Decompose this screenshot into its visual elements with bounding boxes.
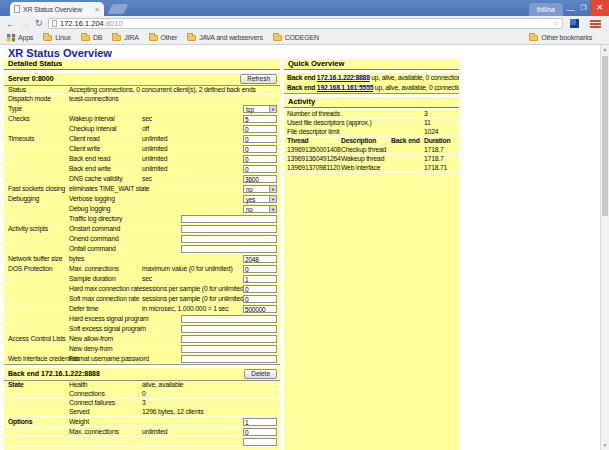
page-scrollbar[interactable]: ▲ ▼ (600, 45, 609, 450)
new-tab-button[interactable] (108, 4, 129, 14)
thread-col-header: Duration (424, 137, 450, 145)
chevron-down-icon: ▼ (269, 206, 276, 212)
other-bookmarks[interactable]: Other bookmarks (529, 34, 592, 41)
bookmark-label: CODEGEN (285, 34, 319, 41)
row-desc: in microsec, 1.000.000 = 1 sec (142, 304, 228, 313)
sample-duration-row: Sample durationsec (4, 274, 280, 284)
scroll-up-icon[interactable]: ▲ (601, 45, 609, 54)
onend-command-input[interactable] (181, 235, 277, 243)
row-label: Debug logging (69, 204, 110, 213)
max-connections-input[interactable] (243, 265, 277, 273)
thread-table-header: ThreadDescriptionBack endDuration (284, 137, 459, 146)
defer-time-input[interactable] (243, 305, 277, 313)
checkup-interval-input[interactable] (243, 125, 277, 133)
row-label: Sample duration (69, 274, 116, 283)
row-label: Max. connections (69, 427, 119, 436)
dns-cache-validity-input[interactable] (243, 175, 277, 183)
row-label: Soft max connection rate (69, 294, 139, 303)
quick-overview-panel: Quick Overview Back end 172.16.1.222:888… (284, 59, 459, 450)
wakeup-interval-input[interactable] (243, 115, 277, 123)
bookmark-folder-java-and-webservers[interactable]: JAVA and webservers (187, 34, 263, 41)
reload-icon[interactable]: ↻ (35, 16, 43, 31)
row-group-label: Type (8, 104, 22, 113)
back-end-read-input[interactable] (243, 155, 277, 163)
eliminates-time-wait-state-select[interactable]: no▼ (243, 185, 277, 193)
bookmark-folder-other[interactable]: Other (149, 34, 178, 41)
bookmark-folder-linux[interactable]: Linux (43, 34, 71, 41)
row-label: Traffic log directory (69, 214, 122, 223)
bookmark-folder-db[interactable]: DB (81, 34, 102, 41)
soft-excess-signal-program-input[interactable] (181, 325, 277, 333)
window-titlebar: XR Status Overview ✕ thilina — ❐ ✕ (0, 0, 609, 16)
hard-max-connection-rate-input[interactable] (243, 285, 277, 293)
hard-excess-signal-program-input[interactable] (181, 315, 277, 323)
health-row: StateHealthalive, available (4, 381, 280, 390)
type-select[interactable]: tcp▼ (243, 105, 277, 113)
browser-tab[interactable]: XR Status Overview ✕ (10, 2, 104, 16)
scroll-down-icon[interactable]: ▼ (601, 441, 609, 450)
wakeup-interval-row: ChecksWakeup intervalsec (4, 114, 280, 124)
delete-button[interactable]: Delete (244, 369, 277, 379)
row-label: Onfail command (69, 244, 116, 253)
new-deny-from-input[interactable] (181, 345, 277, 353)
profile-badge[interactable]: thilina (529, 3, 563, 16)
minimize-button[interactable]: — (564, 0, 577, 16)
maximize-button[interactable]: ❐ (577, 0, 590, 16)
backend-prefix: Back end (287, 74, 317, 81)
file-descriptor-limit-row: File descriptor limit1024 (284, 128, 459, 137)
backend-link-172-16-1-222-8888[interactable]: 172.16.1.222:8888 (317, 74, 370, 81)
stat-label: Number of threads (287, 110, 340, 118)
format-username-password-input[interactable] (181, 355, 277, 363)
stat-value: 11 (424, 119, 431, 127)
backend-status-line: Back end 192.168.1.161:5555 up, alive, a… (284, 83, 459, 93)
new-allow-from-input[interactable] (181, 335, 277, 343)
server-section: Server 0:8000 Refresh StatusAccepting co… (4, 73, 280, 365)
folder-icon (149, 35, 158, 41)
row-label: Hard excess signal program (69, 314, 148, 323)
onfail-command-input[interactable] (181, 245, 277, 253)
backend-link-192-168-1-161-5555[interactable]: 192.168.1.161:5555 (317, 84, 373, 91)
refresh-button[interactable]: Refresh (240, 74, 277, 84)
new-allow-from-row: Access Control ListsNew allow-from (4, 334, 280, 344)
soft-max-connection-rate-row: Soft max connection ratesessions per sam… (4, 294, 280, 304)
weight-input[interactable] (243, 418, 277, 426)
next-option-row (4, 437, 280, 447)
row-label: Hard max connection rate (69, 284, 142, 293)
max-connections-input[interactable] (243, 428, 277, 436)
scrollbar-thumb[interactable] (602, 56, 608, 216)
defer-time-row: Defer timein microsec, 1.000.000 = 1 sec (4, 304, 280, 314)
bookmark-folder-codegen[interactable]: CODEGEN (273, 34, 319, 41)
verbose-logging-select[interactable]: yes▼ (243, 195, 277, 203)
bookmark-folders: LinuxDBJIRAOtherJAVA and webserversCODEG… (43, 34, 329, 41)
server-section-header: Server 0:8000 Refresh (4, 73, 280, 86)
sample-duration-input[interactable] (243, 275, 277, 283)
address-bar[interactable]: 172.16.1.204 :8010 ☆ (48, 18, 563, 29)
client-read-input[interactable] (243, 135, 277, 143)
bytes-input[interactable] (243, 255, 277, 263)
row-group-label: Options (8, 417, 32, 426)
select-value: no (246, 186, 253, 193)
bookmark-star-icon[interactable]: ☆ (553, 19, 560, 29)
row-desc: 3 (142, 399, 146, 407)
debug-logging-select[interactable]: no▼ (243, 205, 277, 213)
client-write-input[interactable] (243, 145, 277, 153)
bookmark-folder-jira[interactable]: JIRA (112, 34, 138, 41)
folder-icon (529, 35, 538, 41)
extension-icon[interactable] (570, 19, 579, 28)
detailed-status-header: Detailed Status (4, 59, 280, 70)
apps-shortcut[interactable]: Apps (7, 34, 33, 42)
back-end-write-input[interactable] (243, 165, 277, 173)
bookmark-label: JAVA and webservers (199, 34, 263, 41)
backend-state-text: up, alive, available, 0 connections (370, 74, 459, 81)
next-option-input[interactable] (243, 438, 277, 446)
menu-icon[interactable] (590, 20, 601, 28)
stat-value: 3 (424, 110, 428, 118)
row-label: eliminates TIME_WAIT state (69, 184, 149, 193)
traffic-log-directory-input[interactable] (181, 215, 277, 223)
close-button[interactable]: ✕ (590, 0, 609, 16)
back-icon[interactable]: ← (6, 16, 16, 31)
onstart-command-input[interactable] (181, 225, 277, 233)
select-value: yes (246, 196, 255, 203)
soft-max-connection-rate-input[interactable] (243, 295, 277, 303)
tab-close-icon[interactable]: ✕ (94, 6, 100, 13)
